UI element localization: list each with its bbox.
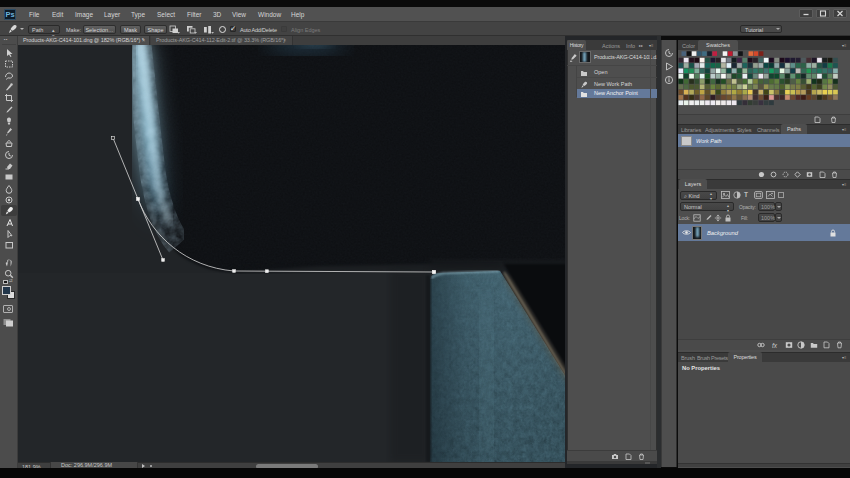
svg-text:fx: fx: [772, 342, 778, 349]
